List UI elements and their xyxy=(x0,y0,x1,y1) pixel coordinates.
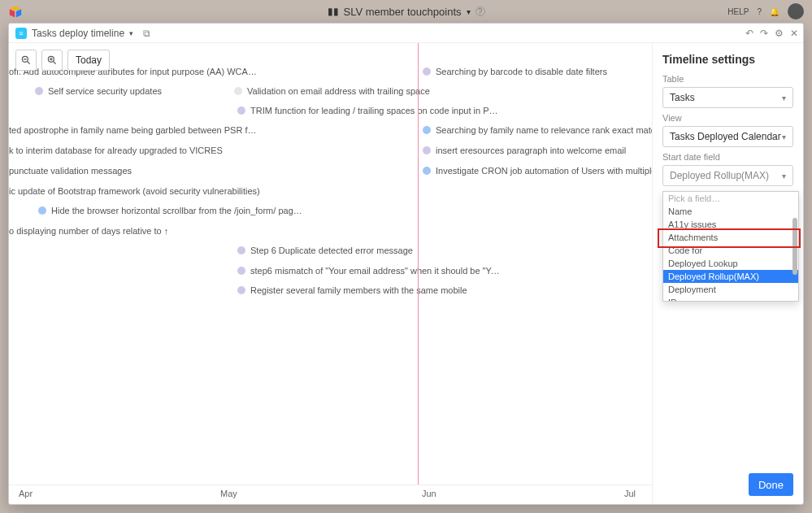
record-text: Investigate CRON job automation of Users… xyxy=(436,166,652,176)
record-dot-icon xyxy=(38,207,46,215)
table-field-label: Table xyxy=(662,74,793,84)
dropdown-pick-hint: Pick a field… xyxy=(663,192,798,205)
base-icon: ▮▮ xyxy=(328,6,339,17)
view-name[interactable]: Tasks deploy timeline xyxy=(32,28,124,39)
airtable-logo-icon xyxy=(8,4,23,19)
record-text: insert eresources paragraph into welcome… xyxy=(436,146,626,155)
view-select[interactable]: Tasks Deployed Calendar ▾ xyxy=(662,126,793,147)
svg-marker-1 xyxy=(10,9,15,17)
bell-icon[interactable]: 🔔 xyxy=(770,7,779,16)
zoom-in-button[interactable] xyxy=(41,50,63,71)
dropdown-option[interactable]: Code for xyxy=(663,244,798,257)
done-button[interactable]: Done xyxy=(749,473,793,496)
view-select-value: Tasks Deployed Calendar xyxy=(670,131,781,142)
settings-title: Timeline settings xyxy=(662,53,793,66)
table-select[interactable]: Tasks ▾ xyxy=(662,87,793,108)
dropdown-option[interactable]: Deployed Lookup xyxy=(663,257,798,270)
dropdown-scrollbar[interactable] xyxy=(792,193,797,299)
base-name-text: SLV member touchpoints xyxy=(344,6,462,18)
timeline-record[interactable]: Investigate CRON job automation of Users… xyxy=(423,166,652,176)
timeline-record[interactable]: k to interim database for already upgrad… xyxy=(9,146,223,155)
record-dot-icon xyxy=(423,67,431,76)
chevron-down-icon[interactable]: ▾ xyxy=(129,29,133,37)
external-link-icon[interactable]: ⧉ xyxy=(143,28,150,39)
timeline-record[interactable]: punctuate validation messages xyxy=(9,166,132,176)
timeline-record[interactable]: Register several family members with the… xyxy=(237,285,467,295)
gear-icon[interactable]: ⚙ xyxy=(775,28,784,39)
timeline-record[interactable]: Searching by barcode to disable date fil… xyxy=(423,67,607,76)
settings-sidebar: Timeline settings Table Tasks ▾ View Tas… xyxy=(652,43,803,504)
help-icon[interactable]: ? xyxy=(757,7,762,16)
timeline-record[interactable]: o displaying number of days relative to … xyxy=(9,226,168,236)
record-text: Searching by barcode to disable date fil… xyxy=(436,67,607,76)
close-icon[interactable]: ✕ xyxy=(790,28,798,39)
start-date-select-value: Deployed Rollup(MAX) xyxy=(670,170,769,181)
start-date-dropdown[interactable]: Pick a field… NameA11y issuesAttachments… xyxy=(662,191,799,302)
chevron-down-icon: ▾ xyxy=(467,7,471,16)
timeline-record[interactable]: ic update of Bootstrap framework (avoid … xyxy=(9,186,260,196)
timeline-record[interactable]: ted apostrophe in family name being garb… xyxy=(9,125,261,135)
dropdown-option[interactable]: ID xyxy=(663,296,798,302)
chevron-down-icon: ▾ xyxy=(782,93,786,102)
topbar-right: HELP ? 🔔 xyxy=(727,3,804,20)
start-field-label: Start date field xyxy=(662,152,793,162)
timeline-canvas[interactable]: Today off. Add autocomplete attributes f… xyxy=(9,43,652,504)
record-dot-icon xyxy=(237,267,245,275)
timeline-records: off. Add autocomplete attributes for inp… xyxy=(9,43,652,485)
chevron-down-icon: ▾ xyxy=(782,133,786,141)
block-header-controls: ↶ ↷ ⚙ ✕ xyxy=(745,28,798,39)
record-text: Step 6 Duplicate detected error message xyxy=(250,246,413,255)
zoom-out-button[interactable] xyxy=(15,50,37,71)
record-text: Searching by family name to relevance ra… xyxy=(436,125,652,135)
svg-line-7 xyxy=(54,62,56,64)
help-link[interactable]: HELP xyxy=(727,7,749,16)
record-text: ic update of Bootstrap framework (avoid … xyxy=(9,186,260,196)
axis-tick: Jun xyxy=(422,489,436,498)
start-date-select[interactable]: Deployed Rollup(MAX) ▾ xyxy=(662,165,793,186)
record-text: ted apostrophe in family name being garb… xyxy=(9,125,261,135)
timeline-record[interactable]: step6 mismatch of "Your email address" w… xyxy=(237,266,502,276)
record-dot-icon xyxy=(234,87,242,95)
timeline-record[interactable]: Hide the browser horizontal scrollbar fr… xyxy=(38,206,303,215)
timeline-tools: Today xyxy=(15,50,110,71)
timeline-record[interactable]: Step 6 Duplicate detected error message xyxy=(237,246,413,255)
record-text: o displaying number of days relative to … xyxy=(9,226,168,236)
svg-line-4 xyxy=(28,62,30,64)
axis-tick: Jul xyxy=(624,489,636,498)
record-text: punctuate validation messages xyxy=(9,166,132,176)
redo-icon[interactable]: ↷ xyxy=(760,28,768,39)
block-body: Today off. Add autocomplete attributes f… xyxy=(9,43,803,504)
dropdown-option[interactable]: Deployed Rollup(MAX) xyxy=(663,270,798,283)
table-select-value: Tasks xyxy=(670,92,695,103)
record-text: Self service security updates xyxy=(48,86,162,96)
timeline-record[interactable]: TRIM function for leading / trailing spa… xyxy=(237,106,502,115)
undo-icon[interactable]: ↶ xyxy=(745,28,753,39)
today-button[interactable]: Today xyxy=(67,50,110,71)
app-topbar: ▮▮ SLV member touchpoints ▾ ? HELP ? 🔔 xyxy=(0,0,812,23)
record-text: Validation on email address with trailin… xyxy=(247,86,430,96)
base-title[interactable]: ▮▮ SLV member touchpoints ▾ ? xyxy=(328,6,485,18)
avatar[interactable] xyxy=(788,3,804,20)
record-dot-icon xyxy=(237,107,245,115)
chevron-down-icon: ▾ xyxy=(782,172,786,180)
timeline-record[interactable]: Self service security updates xyxy=(35,86,162,96)
record-text: step6 mismatch of "Your email address" w… xyxy=(250,266,502,276)
record-dot-icon xyxy=(423,126,431,134)
timeline-record[interactable]: Validation on email address with trailin… xyxy=(234,86,430,96)
svg-marker-2 xyxy=(16,9,21,17)
block-header: ≡ Tasks deploy timeline ▾ ⧉ ↶ ↷ ⚙ ✕ xyxy=(9,24,803,43)
dropdown-option[interactable]: Attachments xyxy=(663,231,798,244)
axis-tick: Apr xyxy=(19,489,33,498)
timeline-record[interactable]: insert eresources paragraph into welcome… xyxy=(423,146,626,155)
record-text: Hide the browser horizontal scrollbar fr… xyxy=(51,206,303,215)
dropdown-option[interactable]: A11y issues xyxy=(663,218,798,231)
scrollbar-thumb[interactable] xyxy=(792,218,797,275)
block-dialog: ≡ Tasks deploy timeline ▾ ⧉ ↶ ↷ ⚙ ✕ Toda… xyxy=(8,23,804,505)
timeline-record[interactable]: Searching by family name to relevance ra… xyxy=(423,125,652,135)
axis-tick: May xyxy=(220,489,237,498)
record-dot-icon xyxy=(237,246,245,254)
dropdown-option[interactable]: Deployment xyxy=(663,283,798,296)
help-badge-icon[interactable]: ? xyxy=(475,7,485,16)
dropdown-option[interactable]: Name xyxy=(663,205,798,218)
time-axis: Apr May Jun Jul xyxy=(9,485,652,504)
